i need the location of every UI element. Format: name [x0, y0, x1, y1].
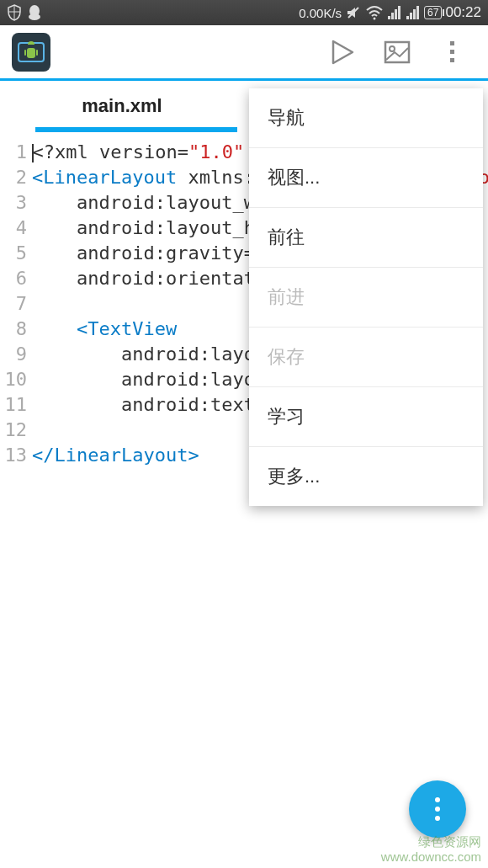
line-number: 9 [0, 342, 27, 367]
wifi-icon [365, 5, 384, 20]
svg-rect-7 [398, 6, 400, 19]
line-number: 3 [0, 190, 27, 216]
svg-rect-11 [416, 6, 419, 19]
menu-item-视图[interactable]: 视图... [249, 148, 483, 208]
svg-rect-14 [24, 50, 26, 56]
svg-rect-4 [388, 16, 390, 19]
signal1-icon [387, 6, 402, 19]
svg-rect-6 [395, 9, 397, 19]
line-number: 10 [0, 367, 27, 392]
menu-item-保存: 保存 [249, 327, 483, 387]
line-number: 6 [0, 266, 27, 291]
svg-rect-15 [36, 50, 38, 56]
svg-rect-8 [406, 16, 409, 19]
svg-point-1 [29, 13, 40, 20]
line-number: 4 [0, 216, 27, 241]
line-number: 1 [0, 140, 27, 165]
svg-point-17 [390, 46, 395, 51]
svg-rect-18 [450, 41, 454, 45]
line-number: 7 [0, 291, 27, 317]
app-toolbar [0, 25, 488, 81]
shield-icon [7, 4, 22, 21]
svg-rect-9 [410, 13, 412, 19]
svg-point-3 [374, 18, 376, 20]
svg-rect-5 [391, 13, 394, 19]
line-gutter: 12345678910111213 [0, 140, 32, 468]
image-button[interactable] [374, 29, 421, 76]
run-button[interactable] [318, 29, 365, 76]
line-number: 13 [0, 443, 27, 468]
app-logo-icon[interactable] [12, 33, 50, 72]
svg-rect-16 [385, 42, 409, 62]
line-number: 11 [0, 392, 27, 418]
line-number: 12 [0, 418, 27, 443]
svg-rect-20 [450, 58, 454, 62]
tab-main-xml[interactable]: main.xml [0, 82, 244, 130]
overflow-popup-menu: 导航视图...前往前进保存学习更多... [249, 88, 483, 506]
clock: 00:22 [445, 4, 481, 21]
fab-button[interactable] [409, 780, 466, 838]
menu-item-导航[interactable]: 导航 [249, 88, 483, 148]
qq-icon [27, 4, 42, 21]
svg-rect-19 [450, 50, 454, 54]
network-speed: 0.00K/s [299, 6, 342, 20]
line-number: 8 [0, 317, 27, 342]
menu-item-前进: 前进 [249, 268, 483, 327]
status-bar: 0.00K/s 67 00:22 [0, 0, 488, 25]
signal2-icon [406, 6, 421, 19]
tab-label: main.xml [82, 95, 162, 116]
more-menu-button[interactable] [429, 29, 476, 76]
menu-item-更多[interactable]: 更多... [249, 447, 483, 506]
svg-rect-10 [413, 9, 416, 19]
menu-item-学习[interactable]: 学习 [249, 387, 483, 447]
line-number: 2 [0, 165, 27, 190]
mute-icon [345, 4, 362, 21]
svg-rect-13 [27, 48, 35, 58]
line-number: 5 [0, 241, 27, 266]
menu-item-前往[interactable]: 前往 [249, 208, 483, 268]
battery-icon: 67 [424, 6, 442, 19]
watermark: 绿色资源网 www.downcc.com [381, 834, 481, 865]
